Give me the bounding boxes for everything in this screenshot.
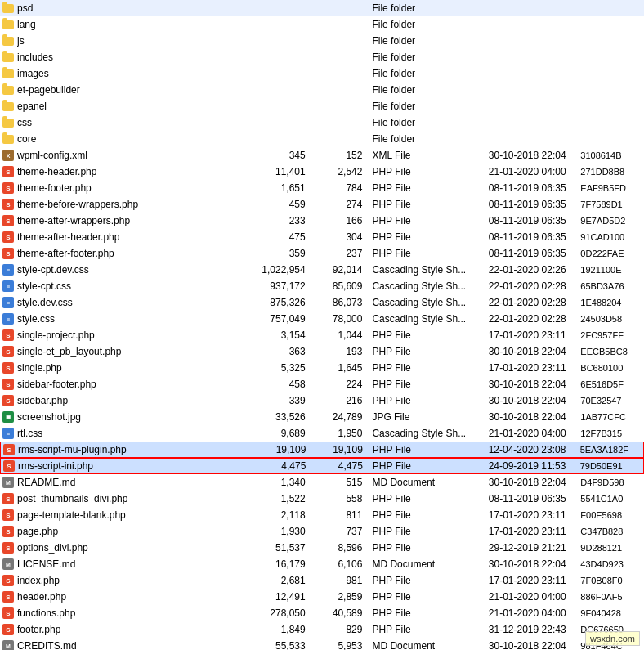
file-name: Ssingle.php — [2, 361, 247, 374]
file-name: MCREDITS.md — [2, 639, 247, 650]
file-name: Ssidebar-footer.php — [2, 378, 247, 391]
table-row[interactable]: MREADME.md1,340515MD Document30-10-2018 … — [0, 474, 644, 491]
file-name-text: style-cpt.dev.css — [17, 264, 89, 276]
file-size: 11,401 — [247, 166, 312, 177]
file-name-text: style.dev.css — [17, 297, 73, 308]
table-row[interactable]: ≡style-cpt.css937,17285,609Cascading Sty… — [0, 278, 644, 294]
file-hash: D4F9D598 — [580, 477, 642, 487]
file-type: PHP File — [369, 591, 486, 603]
file-date: 21-01-2020 04:00 — [487, 428, 581, 439]
php-icon: S — [2, 182, 15, 195]
table-row[interactable]: Ssingle-project.php3,1541,044PHP File17-… — [0, 327, 644, 343]
table-row[interactable]: Ssingle.php5,3251,645PHP File17-01-2020 … — [0, 360, 644, 376]
watermark: wsxdn.com — [585, 631, 640, 646]
table-row[interactable]: Spage-template-blank.php2,118811PHP File… — [0, 507, 644, 523]
table-row[interactable]: Ssingle-et_pb_layout.php363193PHP File30… — [0, 343, 644, 360]
php-icon: S — [2, 607, 15, 620]
table-row[interactable]: et-pagebuilderFile folder — [0, 82, 644, 98]
table-row[interactable]: coreFile folder — [0, 131, 644, 147]
css-icon: ≡ — [2, 263, 15, 276]
file-name: Stheme-after-header.php — [2, 231, 247, 244]
file-name: ≡style.dev.css — [2, 296, 247, 309]
file-hash: 65BD3A76 — [580, 281, 642, 291]
php-icon: S — [2, 394, 15, 407]
file-name: Stheme-header.php — [2, 165, 247, 178]
table-row[interactable]: ▣screenshot.jpg33,52624,789JPG File30-10… — [0, 409, 644, 425]
file-type: PHP File — [369, 444, 487, 455]
file-type: PHP File — [369, 607, 486, 619]
file-compressed: 981 — [312, 575, 369, 586]
folder-icon — [2, 83, 15, 96]
table-row[interactable]: ≡style.css757,04978,000Cascading Style S… — [0, 311, 644, 327]
file-hash: 6E516D5F — [580, 379, 642, 389]
folder-icon — [2, 132, 15, 146]
php-icon: S — [2, 509, 15, 522]
table-row[interactable]: Srms-script-ini.php4,4754,475PHP File24-… — [0, 458, 644, 474]
file-compressed: 6,106 — [312, 558, 369, 570]
file-name-text: epanel — [17, 101, 47, 112]
table-row[interactable]: Xwpml-config.xml345152XML File30-10-2018… — [0, 147, 644, 164]
table-row[interactable]: Sfooter.php1,849829PHP File31-12-2019 22… — [0, 621, 644, 638]
table-row[interactable]: Stheme-after-wrappers.php233166PHP File0… — [0, 213, 644, 229]
file-name-text: style.css — [17, 313, 55, 325]
table-row[interactable]: MCREDITS.md55,5335,953MD Document30-10-2… — [0, 638, 644, 650]
table-row[interactable]: Srms-script-mu-plugin.php19,10919,109PHP… — [0, 442, 644, 458]
table-row[interactable]: cssFile folder — [0, 114, 644, 131]
table-row[interactable]: Soptions_divi.php51,5378,596PHP File29-1… — [0, 540, 644, 556]
file-date: 17-01-2020 23:11 — [487, 575, 581, 586]
table-row[interactable]: epanelFile folder — [0, 98, 644, 114]
file-type: PHP File — [369, 346, 486, 357]
file-name: Soptions_divi.php — [2, 541, 247, 554]
file-name-text: header.php — [17, 591, 66, 603]
file-compressed: 1,950 — [312, 428, 369, 439]
table-row[interactable]: imagesFile folder — [0, 65, 644, 82]
file-compressed: 86,073 — [312, 297, 369, 308]
file-size: 475 — [247, 231, 312, 243]
table-row[interactable]: Ssidebar-footer.php458224PHP File30-10-2… — [0, 376, 644, 392]
file-compressed: 2,542 — [312, 166, 369, 177]
file-type: MD Document — [369, 640, 486, 650]
table-row[interactable]: Sindex.php2,681981PHP File17-01-2020 23:… — [0, 572, 644, 589]
file-name-text: css — [17, 117, 32, 128]
file-compressed: 515 — [312, 477, 369, 488]
file-type: PHP File — [369, 379, 486, 390]
table-row[interactable]: langFile folder — [0, 16, 644, 33]
file-name-text: includes — [17, 52, 53, 63]
file-name-text: footer.php — [17, 624, 60, 635]
table-row[interactable]: includesFile folder — [0, 49, 644, 65]
table-row[interactable]: MLICENSE.md16,1796,106MD Document30-10-2… — [0, 556, 644, 572]
file-name: core — [2, 132, 247, 146]
table-row[interactable]: Sfunctions.php278,05040,589PHP File21-01… — [0, 605, 644, 621]
table-row[interactable]: Ssidebar.php339216PHP File30-10-2018 22:… — [0, 392, 644, 409]
table-row[interactable]: ≡style-cpt.dev.css1,022,95492,014Cascadi… — [0, 262, 644, 278]
file-hash: 886F0AF5 — [580, 592, 642, 602]
table-row[interactable]: psdFile folder — [0, 0, 644, 16]
file-size: 359 — [247, 248, 312, 259]
table-row[interactable]: ≡style.dev.css875,32686,073Cascading Sty… — [0, 294, 644, 311]
table-row[interactable]: Spost_thumbnails_divi.php1,522558PHP Fil… — [0, 491, 644, 507]
table-row[interactable]: Stheme-footer.php1,651784PHP File08-11-2… — [0, 180, 644, 196]
table-row[interactable]: Stheme-header.php11,4012,542PHP File21-0… — [0, 164, 644, 180]
file-name: Sheader.php — [2, 590, 247, 603]
file-hash: 1921100E — [580, 265, 642, 275]
table-row[interactable]: Stheme-after-footer.php359237PHP File08-… — [0, 245, 644, 262]
file-size: 937,172 — [247, 280, 312, 292]
file-size: 3,154 — [247, 329, 312, 341]
file-name: Srms-script-ini.php — [2, 459, 248, 473]
file-date: 30-10-2018 22:04 — [487, 411, 581, 423]
table-row[interactable]: Spage.php1,930737PHP File17-01-2020 23:1… — [0, 523, 644, 540]
file-compressed: 811 — [312, 509, 369, 521]
table-row[interactable]: Sheader.php12,4912,859PHP File21-01-2020… — [0, 589, 644, 605]
file-size: 1,022,954 — [247, 264, 312, 276]
file-date: 30-10-2018 22:04 — [487, 640, 581, 650]
php-icon: S — [2, 541, 15, 554]
table-row[interactable]: jsFile folder — [0, 33, 644, 49]
table-row[interactable]: ≡rtl.css9,6891,950Cascading Style Sh...2… — [0, 425, 644, 442]
file-hash: 7F7589D1 — [580, 199, 642, 209]
file-date: 30-10-2018 22:04 — [487, 558, 581, 570]
folder-icon — [2, 2, 15, 15]
file-date: 22-01-2020 02:28 — [487, 313, 581, 325]
table-row[interactable]: Stheme-before-wrappers.php459274PHP File… — [0, 196, 644, 213]
file-size: 19,109 — [248, 444, 312, 455]
table-row[interactable]: Stheme-after-header.php475304PHP File08-… — [0, 229, 644, 245]
